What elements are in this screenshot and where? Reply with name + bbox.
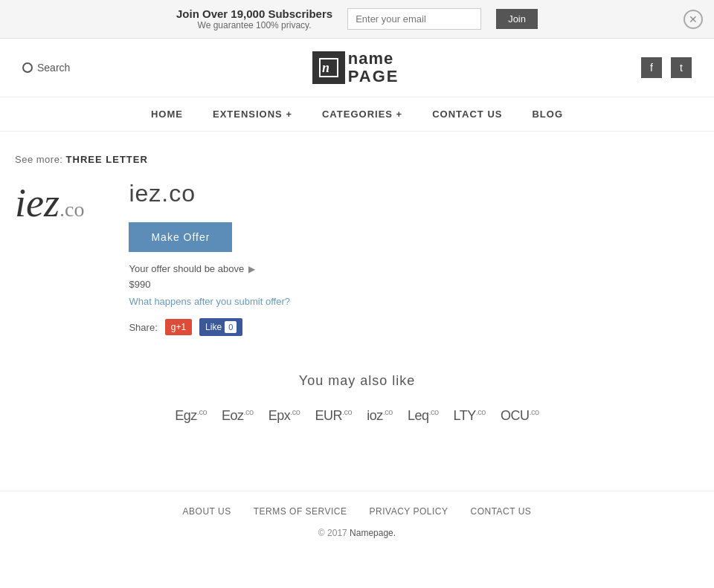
site-logo[interactable]: n name PAGE bbox=[312, 50, 399, 85]
main-nav: HOME EXTENSIONS + CATEGORIES + CONTACT U… bbox=[0, 97, 714, 132]
footer: ABOUT US TERMS OF SERVICE PRIVACY POLICY… bbox=[0, 491, 714, 553]
banner-headline: Join Over 19,000 Subscribers bbox=[176, 7, 332, 20]
footer-about[interactable]: ABOUT US bbox=[183, 506, 231, 517]
suggestion-item[interactable]: LTY.co bbox=[454, 407, 486, 424]
domain-title: iez.co bbox=[129, 180, 699, 207]
suggestion-item[interactable]: ioz.co bbox=[367, 407, 393, 424]
nav-contact[interactable]: CONTACT US bbox=[432, 109, 502, 120]
suggestion-item[interactable]: EUR.co bbox=[315, 407, 352, 424]
search-label: Search bbox=[37, 62, 70, 74]
nav-blog[interactable]: BLOG bbox=[532, 109, 563, 120]
twitter-icon[interactable]: t bbox=[671, 57, 692, 78]
share-area: Share: g+1 Like 0 bbox=[129, 318, 699, 336]
domain-logo-display: iez.co bbox=[15, 180, 84, 226]
footer-links: ABOUT US TERMS OF SERVICE PRIVACY POLICY… bbox=[15, 506, 699, 517]
search-area[interactable]: Search bbox=[22, 62, 70, 74]
offer-price: $990 bbox=[129, 279, 699, 290]
breadcrumb-link[interactable]: THREE LETTER bbox=[66, 154, 148, 165]
offer-arrow-icon: ▶ bbox=[248, 264, 255, 274]
close-banner-button[interactable]: ✕ bbox=[684, 10, 703, 29]
banner-text: Join Over 19,000 Subscribers We guarante… bbox=[176, 7, 332, 30]
domain-tld-part: .co bbox=[60, 198, 84, 221]
footer-contact[interactable]: CONTACT US bbox=[470, 506, 531, 517]
site-header: Search n name PAGE f t bbox=[0, 39, 714, 97]
footer-brand-link[interactable]: Namepage. bbox=[350, 528, 396, 538]
google-plus-button[interactable]: g+1 bbox=[165, 319, 192, 335]
social-icons: f t bbox=[641, 57, 692, 78]
product-section: iez.co iez.co Make Offer Your offer shou… bbox=[15, 180, 699, 336]
footer-copy-year: © 2017 bbox=[318, 528, 347, 538]
nav-extensions[interactable]: EXTENSIONS + bbox=[213, 109, 292, 120]
logo-text: name PAGE bbox=[348, 50, 399, 85]
join-button[interactable]: Join bbox=[496, 9, 538, 29]
what-happens-link[interactable]: What happens after you submit offer? bbox=[129, 296, 699, 307]
svg-text:n: n bbox=[322, 60, 329, 75]
fb-count: 0 bbox=[225, 321, 237, 333]
facebook-like-button[interactable]: Like 0 bbox=[199, 318, 242, 336]
logo-icon: n bbox=[312, 51, 345, 84]
nav-categories[interactable]: CATEGORIES + bbox=[322, 109, 402, 120]
facebook-icon[interactable]: f bbox=[641, 57, 662, 78]
top-banner: Join Over 19,000 Subscribers We guarante… bbox=[0, 0, 714, 39]
email-input[interactable] bbox=[347, 8, 481, 30]
logo-name: name bbox=[348, 50, 399, 68]
fb-like-label: Like bbox=[205, 322, 222, 332]
share-label: Share: bbox=[129, 322, 157, 333]
offer-above-text: Your offer should be above bbox=[129, 263, 244, 274]
also-like-title: You may also like bbox=[15, 373, 699, 389]
footer-terms[interactable]: TERMS OF SERVICE bbox=[254, 506, 347, 517]
suggestion-item[interactable]: Eoz.co bbox=[222, 407, 254, 424]
domain-suggestions: Egz.coEoz.coEpx.coEUR.coioz.coLeq.coLTY.… bbox=[15, 407, 699, 424]
product-info: iez.co Make Offer Your offer should be a… bbox=[129, 180, 699, 336]
search-icon bbox=[22, 62, 33, 73]
breadcrumb-prefix: See more: bbox=[15, 154, 62, 165]
nav-home[interactable]: HOME bbox=[151, 109, 183, 120]
suggestion-item[interactable]: Leq.co bbox=[408, 407, 439, 424]
make-offer-button[interactable]: Make Offer bbox=[129, 222, 232, 252]
banner-subtext: We guarantee 100% privacy. bbox=[176, 20, 332, 30]
logo-page: PAGE bbox=[348, 68, 399, 85]
footer-privacy[interactable]: PRIVACY POLICY bbox=[370, 506, 448, 517]
suggestion-item[interactable]: Egz.co bbox=[175, 407, 207, 424]
domain-main-part: iez bbox=[15, 181, 60, 225]
main-content: See more: THREE LETTER iez.co iez.co Mak… bbox=[0, 132, 714, 446]
offer-info: Your offer should be above ▶ bbox=[129, 263, 699, 274]
suggestion-item[interactable]: OCU.co bbox=[501, 407, 539, 424]
also-like-section: You may also like Egz.coEoz.coEpx.coEUR.… bbox=[15, 373, 699, 424]
logo-icon-svg: n bbox=[318, 57, 339, 78]
breadcrumb: See more: THREE LETTER bbox=[15, 154, 699, 165]
footer-copyright: © 2017 Namepage. bbox=[15, 528, 699, 538]
suggestion-item[interactable]: Epx.co bbox=[268, 407, 300, 424]
